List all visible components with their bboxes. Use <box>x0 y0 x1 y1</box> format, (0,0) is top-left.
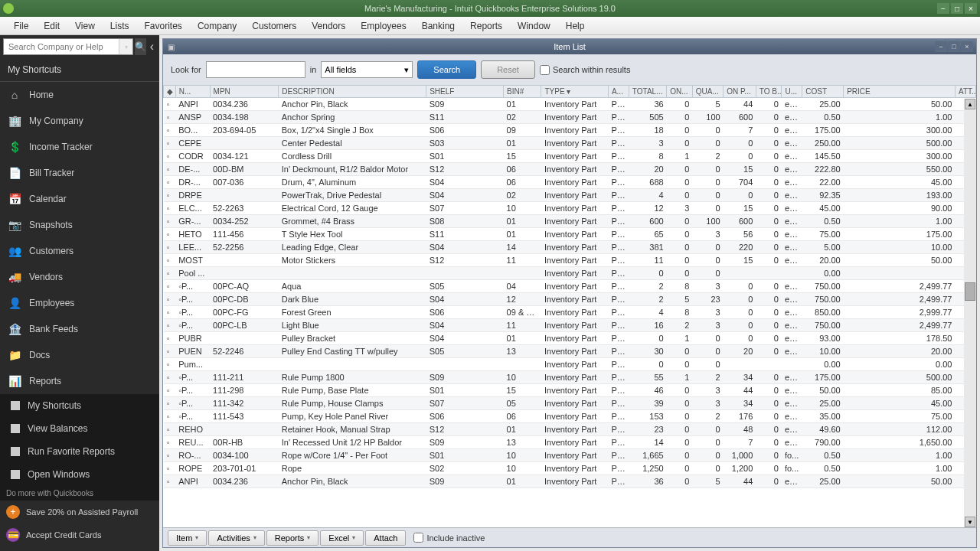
table-row[interactable]: ◦ ELC... 52-2263 Electrical Cord, 12 Gau… <box>164 202 976 215</box>
column-header[interactable]: A... <box>608 86 629 98</box>
table-row[interactable]: ◦ BO... 203-694-05 Box, 1/2"x4 Single J … <box>164 124 976 137</box>
reset-button[interactable]: Reset <box>481 60 535 79</box>
column-header[interactable]: TOTAL... <box>629 86 666 98</box>
menu-favorites[interactable]: Favorites <box>137 18 190 34</box>
look-for-input[interactable] <box>206 61 305 78</box>
table-row[interactable]: ◦ ◦P... 111-298 Rule Pump, Base Plate S0… <box>164 384 976 397</box>
table-row[interactable]: ◦ ◦P... 111-543 Pump, Key Hole Panel Riv… <box>164 410 976 423</box>
search-dropdown-icon[interactable]: ▾ <box>119 39 132 54</box>
table-row[interactable]: ◦ ◦P... 00PC-AQ Aqua S05 04 Inventory Pa… <box>164 280 976 293</box>
sidebar-item-docs[interactable]: 📁Docs <box>0 342 159 368</box>
sidebar-item-calendar[interactable]: 📅Calendar <box>0 186 159 212</box>
item-button[interactable]: Item ▾ <box>168 530 207 546</box>
column-header[interactable]: U... <box>782 86 802 98</box>
table-row[interactable]: ◦ MOST Motor Stickers S12 11 Inventory P… <box>164 254 976 267</box>
promo-accept-credit-cards[interactable]: 💳Accept Credit Cards <box>0 523 159 546</box>
sidebar-item-employees[interactable]: 👤Employees <box>0 290 159 316</box>
table-row[interactable]: ◦ GR-... 0034-252 Grommet, #4 Brass S08 … <box>164 215 976 228</box>
maximize-button[interactable]: □ <box>951 3 963 14</box>
table-row[interactable]: ◦ ◦P... 00PC-DB Dark Blue S04 12 Invento… <box>164 293 976 306</box>
table-row[interactable]: ◦ PUEN 52-2246 Pulley End Casting TT w/p… <box>164 345 976 358</box>
reports-button[interactable]: Reports ▾ <box>266 530 319 546</box>
table-row[interactable]: ◦ DR-... 007-036 Drum, 4", Aluminum S04 … <box>164 176 976 189</box>
column-header[interactable]: BIN# <box>504 86 541 98</box>
table-row[interactable]: ◦ REU... 00R-HB In' Recessed Unit 1/2 HP… <box>164 436 976 449</box>
menu-customers[interactable]: Customers <box>244 18 304 34</box>
column-header[interactable]: MPN <box>210 86 279 98</box>
column-header[interactable]: ON P... <box>724 86 756 98</box>
table-row[interactable]: ◦ CEPE Center Pedestal S03 01 Inventory … <box>164 137 976 150</box>
table-row[interactable]: ◦ Pum... Inventory Part Po... 0 0 0 0.00… <box>164 358 976 371</box>
sidebar-item-home[interactable]: ⌂Home <box>0 82 159 108</box>
search-within-checkbox[interactable]: Search within results <box>540 65 631 75</box>
sidebar-item-bill-tracker[interactable]: 📄Bill Tracker <box>0 160 159 186</box>
sidebar-item-reports[interactable]: 📊Reports <box>0 368 159 394</box>
promo-order-checks-supplies[interactable]: ✓Order Checks & Supplies <box>0 546 159 551</box>
menu-lists[interactable]: Lists <box>103 18 137 34</box>
column-header[interactable]: ATT... <box>955 86 975 98</box>
table-row[interactable]: ◦ PUBR Pulley Bracket S04 01 Inventory P… <box>164 332 976 345</box>
table-row[interactable]: ◦ REHO Retainer Hook, Manual Strap S12 0… <box>164 423 976 436</box>
table-row[interactable]: ◦ Pool ... Inventory Part Po... 0 0 0 0.… <box>164 267 976 280</box>
sidebar-item-customers[interactable]: 👥Customers <box>0 238 159 264</box>
table-row[interactable]: ◦ ROPE 203-701-01 Rope S02 10 Inventory … <box>164 462 976 475</box>
excel-button[interactable]: Excel ▾ <box>320 530 364 546</box>
menu-vendors[interactable]: Vendors <box>304 18 353 34</box>
promo-save-on-assisted-payroll[interactable]: +Save 20% on Assisted Payroll <box>0 500 159 523</box>
column-header[interactable]: QUA... <box>692 86 723 98</box>
search-within-input[interactable] <box>540 65 550 75</box>
menu-banking[interactable]: Banking <box>414 18 462 34</box>
scroll-thumb[interactable] <box>965 282 975 301</box>
menu-company[interactable]: Company <box>190 18 244 34</box>
sidebar-item-income-tracker[interactable]: 💲Income Tracker <box>0 134 159 160</box>
column-header[interactable]: TO B... <box>756 86 782 98</box>
table-row[interactable]: ◦ ANPI 0034.236 Anchor Pin, Black S09 01… <box>164 98 976 111</box>
menu-employees[interactable]: Employees <box>353 18 413 34</box>
menu-edit[interactable]: Edit <box>36 18 67 34</box>
sidebar-sub-run-favorite-reports[interactable]: Run Favorite Reports <box>0 440 159 463</box>
menu-file[interactable]: File <box>6 18 36 34</box>
table-row[interactable]: ◦ CODR 0034-121 Cordless Drill S01 15 In… <box>164 150 976 163</box>
sidebar-item-my-company[interactable]: 🏢My Company <box>0 108 159 134</box>
table-row[interactable]: ◦ DE-... 00D-BM In' Deckmount, R1/2 Bald… <box>164 163 976 176</box>
include-inactive-checkbox[interactable]: Include inactive <box>413 533 485 543</box>
table-row[interactable]: ◦ DRPE PowerTrak, Drive Pedestal S04 02 … <box>164 189 976 202</box>
column-header[interactable]: N... <box>175 86 210 98</box>
close-button[interactable]: × <box>965 3 977 14</box>
window-minimize-button[interactable]: − <box>935 41 947 52</box>
collapse-sidebar-icon[interactable]: ‹ <box>148 38 156 55</box>
search-input[interactable] <box>4 39 119 54</box>
scroll-down-icon[interactable]: ▼ <box>965 517 975 527</box>
sidebar-sub-open-windows[interactable]: Open Windows <box>0 463 159 486</box>
search-button[interactable]: 🔍 <box>135 38 146 55</box>
fields-select[interactable]: All fields ▾ <box>321 61 413 78</box>
window-header[interactable]: ▣ Item List − □ × <box>163 39 976 54</box>
table-row[interactable]: ◦ ◦P... 111-342 Rule Pump, House Clamps … <box>164 397 976 410</box>
menu-reports[interactable]: Reports <box>462 18 510 34</box>
window-close-button[interactable]: × <box>961 41 973 52</box>
search-button[interactable]: Search <box>417 60 476 79</box>
menu-help[interactable]: Help <box>558 18 593 34</box>
window-maximize-button[interactable]: □ <box>948 41 960 52</box>
column-header[interactable]: DESCRIPTION <box>279 86 426 98</box>
menu-window[interactable]: Window <box>510 18 558 34</box>
column-header[interactable]: PRICE <box>844 86 956 98</box>
table-row[interactable]: ◦ ◦P... 00PC-FG Forest Green S06 09 & B.… <box>164 306 976 319</box>
column-header[interactable]: COST <box>802 86 844 98</box>
minimize-button[interactable]: − <box>937 3 949 14</box>
table-row[interactable]: ◦ LEE... 52-2256 Leading Edge, Clear S04… <box>164 241 976 254</box>
menu-view[interactable]: View <box>67 18 103 34</box>
table-row[interactable]: ◦ ◦P... 00PC-LB Light Blue S04 11 Invent… <box>164 319 976 332</box>
sidebar-sub-header[interactable]: My Shortcuts <box>0 394 159 417</box>
activities-button[interactable]: Activities ▾ <box>208 530 264 546</box>
sidebar-item-vendors[interactable]: 🚚Vendors <box>0 264 159 290</box>
table-row[interactable]: ◦ ANPI 0034.236 Anchor Pin, Black S09 01… <box>164 475 976 488</box>
column-header[interactable]: SHELF <box>426 86 504 98</box>
sidebar-sub-view-balances[interactable]: View Balances <box>0 417 159 440</box>
table-row[interactable]: ◦ RO-... 0034-100 Rope w/Core 1/4" - Per… <box>164 449 976 462</box>
table-row[interactable]: ◦ HETO 111-456 T Style Hex Tool S11 01 I… <box>164 228 976 241</box>
attach-button[interactable]: Attach <box>365 530 406 546</box>
column-header[interactable]: ON... <box>667 86 693 98</box>
sidebar-item-snapshots[interactable]: 📷Snapshots <box>0 212 159 238</box>
scroll-up-icon[interactable]: ▲ <box>965 99 975 109</box>
